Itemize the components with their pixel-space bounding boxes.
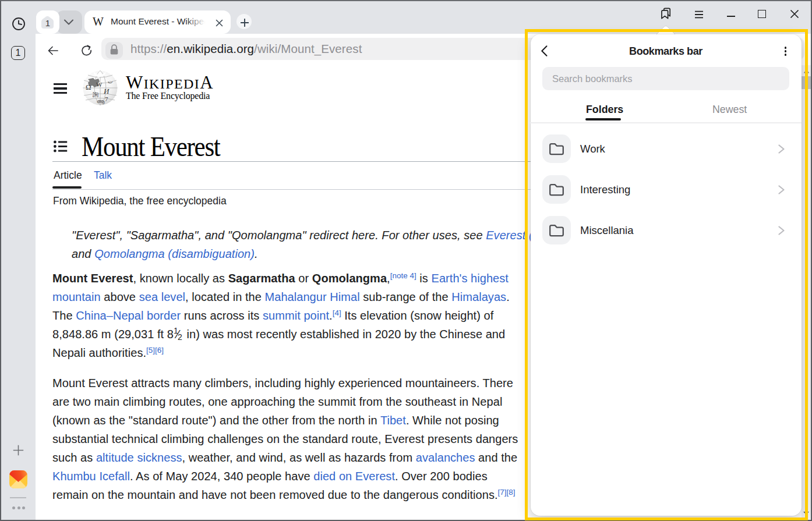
svg-text:ആ: ആ <box>97 98 105 104</box>
svg-text:И: И <box>103 87 110 95</box>
svg-text:W: W <box>96 81 103 88</box>
svg-text:ت: ت <box>108 79 112 84</box>
svg-text:詢: 詢 <box>93 91 98 98</box>
svg-text:Ω: Ω <box>86 83 91 91</box>
svg-text:7: 7 <box>105 95 108 102</box>
